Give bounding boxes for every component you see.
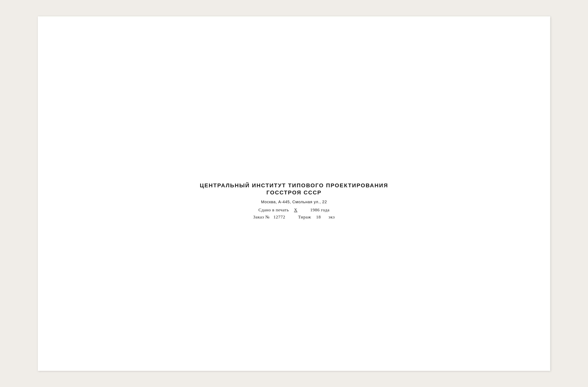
print-info-line: Сдано в печать X 1986 года	[258, 207, 330, 212]
order-number: 12772	[273, 214, 285, 219]
address-line: Москва, А-445, Смольная ул., 22	[261, 200, 327, 204]
circulation-label: Тираж	[298, 214, 311, 219]
title-line2: ГОССТРОЯ СССР	[266, 189, 322, 196]
document-page: ЦЕНТРАЛЬНЫЙ ИНСТИТУТ ТИПОВОГО ПРОЕКТИРОВ…	[38, 16, 550, 371]
title-line1: ЦЕНТРАЛЬНЫЙ ИНСТИТУТ ТИПОВОГО ПРОЕКТИРОВ…	[200, 182, 388, 189]
print-label: Сдано в печать	[258, 207, 289, 212]
order-info-line: Заказ № 12772 Тираж 18 экз	[253, 214, 335, 220]
order-label: Заказ №	[253, 214, 270, 219]
content-block: ЦЕНТРАЛЬНЫЙ ИНСТИТУТ ТИПОВОГО ПРОЕКТИРОВ…	[200, 182, 388, 220]
unit: экз	[329, 214, 335, 219]
print-value: X	[294, 207, 297, 212]
circulation-value: 18	[316, 214, 321, 219]
print-year: 1986 года	[310, 207, 330, 212]
